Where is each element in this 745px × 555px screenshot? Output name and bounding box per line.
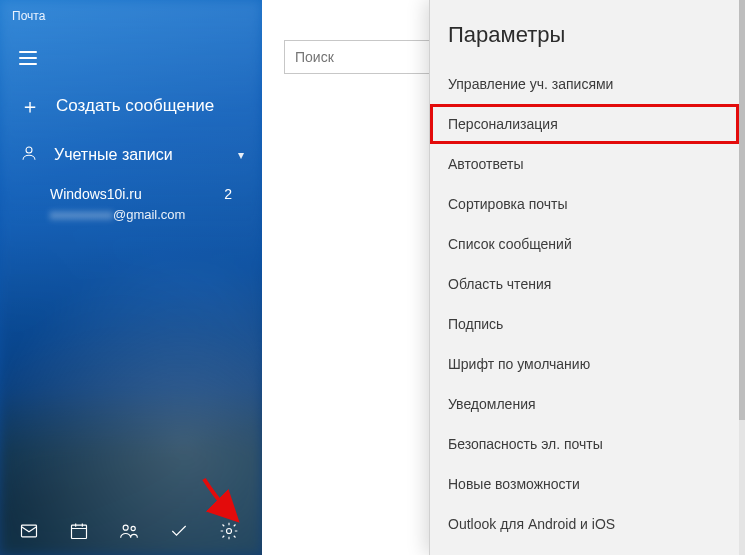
bottom-nav	[0, 507, 262, 555]
window-title: Почта	[0, 0, 262, 32]
svg-rect-1	[22, 525, 37, 537]
settings-item[interactable]: Список сообщений	[430, 224, 739, 264]
settings-title: Параметры	[430, 0, 739, 58]
settings-item[interactable]: Outlook для Android и iOS	[430, 504, 739, 544]
settings-list: Управление уч. записямиПерсонализацияАвт…	[430, 58, 739, 555]
settings-flyout: Параметры Управление уч. записямиПерсона…	[429, 0, 745, 555]
calendar-icon[interactable]	[68, 520, 90, 542]
gear-icon[interactable]	[218, 520, 240, 542]
menu-button[interactable]	[8, 38, 48, 78]
accounts-header-label: Учетные записи	[54, 146, 173, 164]
svg-point-3	[123, 525, 128, 530]
settings-item[interactable]: Область чтения	[430, 264, 739, 304]
settings-scrollbar[interactable]	[739, 0, 745, 555]
settings-item[interactable]: Сортировка почты	[430, 184, 739, 224]
compose-label: Создать сообщение	[56, 96, 214, 116]
settings-item[interactable]: Безопасность эл. почты	[430, 424, 739, 464]
unread-badge: 2	[224, 184, 232, 205]
settings-item[interactable]: Управление уч. записями	[430, 64, 739, 104]
svg-point-5	[227, 529, 232, 534]
account-item[interactable]: Windows10i.ru xxxxxxxxx@gmail.com 2	[0, 176, 262, 233]
accounts-header[interactable]: Учетные записи ▾	[0, 134, 262, 176]
account-email: xxxxxxxxx@gmail.com	[50, 205, 242, 225]
settings-item[interactable]: Автоответы	[430, 144, 739, 184]
svg-point-0	[26, 147, 32, 153]
compose-button[interactable]: ＋ Создать сообщение	[0, 86, 262, 134]
settings-item[interactable]: Шрифт по умолчанию	[430, 344, 739, 384]
mail-icon[interactable]	[18, 520, 40, 542]
scrollbar-thumb[interactable]	[739, 0, 745, 420]
settings-item[interactable]: Уведомления	[430, 384, 739, 424]
todo-icon[interactable]	[168, 520, 190, 542]
svg-rect-2	[72, 525, 87, 538]
plus-icon: ＋	[20, 96, 40, 116]
settings-item[interactable]: Подпись	[430, 304, 739, 344]
chevron-down-icon: ▾	[238, 148, 244, 162]
account-name: Windows10i.ru	[50, 184, 242, 205]
person-icon	[20, 144, 38, 166]
people-icon[interactable]	[118, 520, 140, 542]
main-area: Параметры Управление уч. записямиПерсона…	[262, 0, 745, 555]
menu-icon	[19, 57, 37, 59]
sidebar: Почта ＋ Создать сообщение Учетные записи…	[0, 0, 262, 555]
settings-item[interactable]: Персонализация	[430, 104, 739, 144]
settings-item[interactable]: Новые возможности	[430, 464, 739, 504]
svg-point-4	[131, 526, 135, 530]
